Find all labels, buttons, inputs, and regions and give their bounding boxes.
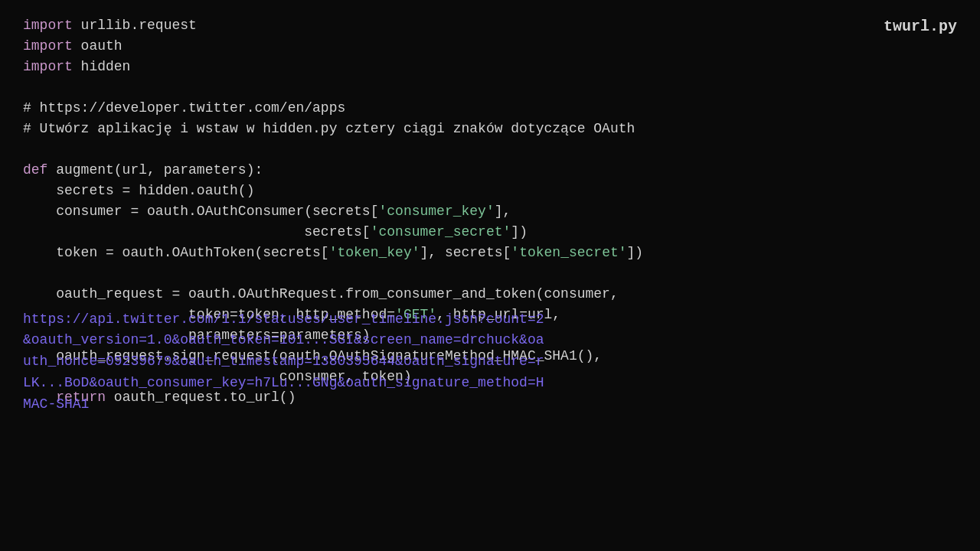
code-line: import hidden	[23, 57, 957, 77]
code-line: def augment(url, parameters):	[23, 160, 957, 181]
code-line: import oauth	[23, 36, 957, 57]
code-line: # https://developer.twitter.com/en/apps	[23, 98, 957, 119]
code-line	[23, 139, 957, 160]
code-line	[23, 77, 957, 98]
code-line: secrets['consumer_secret'])	[23, 222, 957, 243]
code-line: token = oauth.OAuthToken(secrets['token_…	[23, 243, 957, 263]
code-line: consumer = oauth.OAuthConsumer(secrets['…	[23, 201, 957, 222]
filename-label: twurl.py	[884, 15, 957, 38]
url-output-text: https://api.twitter.com/1.1/statuses/use…	[23, 309, 957, 416]
code-line: oauth_request = oauth.OAuthRequest.from_…	[23, 284, 957, 305]
code-line: # Utwórz aplikację i wstaw w hidden.py c…	[23, 119, 957, 139]
code-editor: twurl.py import urllib.request import oa…	[0, 0, 980, 423]
code-line	[23, 263, 957, 284]
code-line: secrets = hidden.oauth()	[23, 181, 957, 201]
code-line: import urllib.request	[23, 15, 957, 36]
url-output-block: https://api.twitter.com/1.1/statuses/use…	[23, 309, 957, 416]
